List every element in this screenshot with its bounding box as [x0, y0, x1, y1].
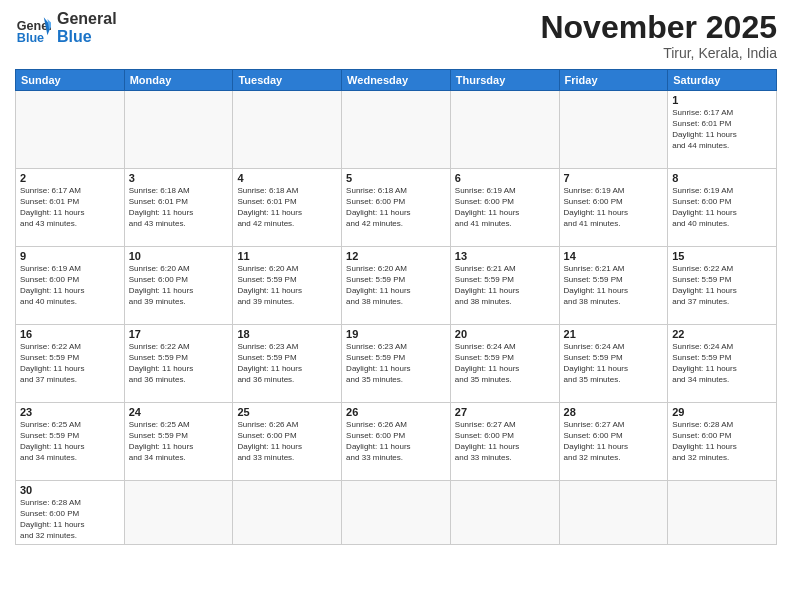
calendar-cell: 14Sunrise: 6:21 AMSunset: 5:59 PMDayligh… [559, 247, 668, 325]
day-number: 12 [346, 250, 446, 262]
calendar-cell: 13Sunrise: 6:21 AMSunset: 5:59 PMDayligh… [450, 247, 559, 325]
weekday-header-sunday: Sunday [16, 70, 125, 91]
day-info: Sunrise: 6:17 AMSunset: 6:01 PMDaylight:… [20, 186, 120, 229]
day-number: 15 [672, 250, 772, 262]
day-number: 27 [455, 406, 555, 418]
day-number: 8 [672, 172, 772, 184]
day-info: Sunrise: 6:20 AMSunset: 6:00 PMDaylight:… [129, 264, 229, 307]
day-number: 4 [237, 172, 337, 184]
day-number: 26 [346, 406, 446, 418]
day-number: 24 [129, 406, 229, 418]
calendar-cell: 26Sunrise: 6:26 AMSunset: 6:00 PMDayligh… [342, 403, 451, 481]
logo-general: General [57, 10, 117, 28]
header: General Blue General Blue November 2025 … [15, 10, 777, 61]
calendar-cell [124, 91, 233, 169]
calendar-cell: 5Sunrise: 6:18 AMSunset: 6:00 PMDaylight… [342, 169, 451, 247]
day-number: 1 [672, 94, 772, 106]
calendar-cell [559, 91, 668, 169]
logo: General Blue General Blue [15, 10, 117, 46]
calendar-cell [559, 481, 668, 545]
day-info: Sunrise: 6:23 AMSunset: 5:59 PMDaylight:… [346, 342, 446, 385]
calendar-cell: 18Sunrise: 6:23 AMSunset: 5:59 PMDayligh… [233, 325, 342, 403]
calendar-week-row: 9Sunrise: 6:19 AMSunset: 6:00 PMDaylight… [16, 247, 777, 325]
calendar-cell [450, 481, 559, 545]
day-info: Sunrise: 6:20 AMSunset: 5:59 PMDaylight:… [346, 264, 446, 307]
weekday-header-saturday: Saturday [668, 70, 777, 91]
calendar-cell: 22Sunrise: 6:24 AMSunset: 5:59 PMDayligh… [668, 325, 777, 403]
calendar-cell: 29Sunrise: 6:28 AMSunset: 6:00 PMDayligh… [668, 403, 777, 481]
month-title: November 2025 [540, 10, 777, 45]
day-number: 17 [129, 328, 229, 340]
calendar-cell: 9Sunrise: 6:19 AMSunset: 6:00 PMDaylight… [16, 247, 125, 325]
day-info: Sunrise: 6:19 AMSunset: 6:00 PMDaylight:… [672, 186, 772, 229]
calendar-cell: 1Sunrise: 6:17 AMSunset: 6:01 PMDaylight… [668, 91, 777, 169]
day-info: Sunrise: 6:28 AMSunset: 6:00 PMDaylight:… [20, 498, 120, 541]
calendar-cell: 15Sunrise: 6:22 AMSunset: 5:59 PMDayligh… [668, 247, 777, 325]
day-info: Sunrise: 6:24 AMSunset: 5:59 PMDaylight:… [564, 342, 664, 385]
calendar-cell: 19Sunrise: 6:23 AMSunset: 5:59 PMDayligh… [342, 325, 451, 403]
page: General Blue General Blue November 2025 … [0, 0, 792, 612]
day-number: 20 [455, 328, 555, 340]
day-info: Sunrise: 6:27 AMSunset: 6:00 PMDaylight:… [564, 420, 664, 463]
calendar-week-row: 30Sunrise: 6:28 AMSunset: 6:00 PMDayligh… [16, 481, 777, 545]
logo-blue: Blue [57, 28, 117, 46]
calendar-cell: 17Sunrise: 6:22 AMSunset: 5:59 PMDayligh… [124, 325, 233, 403]
calendar-cell: 21Sunrise: 6:24 AMSunset: 5:59 PMDayligh… [559, 325, 668, 403]
day-info: Sunrise: 6:19 AMSunset: 6:00 PMDaylight:… [564, 186, 664, 229]
calendar-table: SundayMondayTuesdayWednesdayThursdayFrid… [15, 69, 777, 545]
day-number: 13 [455, 250, 555, 262]
calendar-cell [668, 481, 777, 545]
calendar-cell: 4Sunrise: 6:18 AMSunset: 6:01 PMDaylight… [233, 169, 342, 247]
calendar-cell: 3Sunrise: 6:18 AMSunset: 6:01 PMDaylight… [124, 169, 233, 247]
day-number: 11 [237, 250, 337, 262]
calendar-cell: 2Sunrise: 6:17 AMSunset: 6:01 PMDaylight… [16, 169, 125, 247]
calendar-cell: 24Sunrise: 6:25 AMSunset: 5:59 PMDayligh… [124, 403, 233, 481]
calendar-cell: 28Sunrise: 6:27 AMSunset: 6:00 PMDayligh… [559, 403, 668, 481]
day-number: 25 [237, 406, 337, 418]
day-info: Sunrise: 6:18 AMSunset: 6:00 PMDaylight:… [346, 186, 446, 229]
day-info: Sunrise: 6:26 AMSunset: 6:00 PMDaylight:… [346, 420, 446, 463]
calendar-header-row: SundayMondayTuesdayWednesdayThursdayFrid… [16, 70, 777, 91]
day-info: Sunrise: 6:20 AMSunset: 5:59 PMDaylight:… [237, 264, 337, 307]
location-subtitle: Tirur, Kerala, India [540, 45, 777, 61]
calendar-cell: 11Sunrise: 6:20 AMSunset: 5:59 PMDayligh… [233, 247, 342, 325]
calendar-cell: 23Sunrise: 6:25 AMSunset: 5:59 PMDayligh… [16, 403, 125, 481]
calendar-week-row: 16Sunrise: 6:22 AMSunset: 5:59 PMDayligh… [16, 325, 777, 403]
day-info: Sunrise: 6:22 AMSunset: 5:59 PMDaylight:… [129, 342, 229, 385]
calendar-cell [450, 91, 559, 169]
calendar-cell [124, 481, 233, 545]
day-info: Sunrise: 6:25 AMSunset: 5:59 PMDaylight:… [129, 420, 229, 463]
calendar-cell: 6Sunrise: 6:19 AMSunset: 6:00 PMDaylight… [450, 169, 559, 247]
title-block: November 2025 Tirur, Kerala, India [540, 10, 777, 61]
day-info: Sunrise: 6:21 AMSunset: 5:59 PMDaylight:… [564, 264, 664, 307]
svg-text:Blue: Blue [17, 31, 44, 45]
day-info: Sunrise: 6:19 AMSunset: 6:00 PMDaylight:… [20, 264, 120, 307]
day-info: Sunrise: 6:17 AMSunset: 6:01 PMDaylight:… [672, 108, 772, 151]
weekday-header-tuesday: Tuesday [233, 70, 342, 91]
day-info: Sunrise: 6:21 AMSunset: 5:59 PMDaylight:… [455, 264, 555, 307]
calendar-cell [233, 91, 342, 169]
logo-icon: General Blue [15, 10, 51, 46]
calendar-cell: 30Sunrise: 6:28 AMSunset: 6:00 PMDayligh… [16, 481, 125, 545]
calendar-cell [342, 91, 451, 169]
day-number: 9 [20, 250, 120, 262]
calendar-cell [233, 481, 342, 545]
calendar-cell: 8Sunrise: 6:19 AMSunset: 6:00 PMDaylight… [668, 169, 777, 247]
day-info: Sunrise: 6:22 AMSunset: 5:59 PMDaylight:… [672, 264, 772, 307]
day-info: Sunrise: 6:26 AMSunset: 6:00 PMDaylight:… [237, 420, 337, 463]
calendar-cell [16, 91, 125, 169]
calendar-cell: 25Sunrise: 6:26 AMSunset: 6:00 PMDayligh… [233, 403, 342, 481]
day-number: 30 [20, 484, 120, 496]
day-number: 10 [129, 250, 229, 262]
day-info: Sunrise: 6:19 AMSunset: 6:00 PMDaylight:… [455, 186, 555, 229]
day-info: Sunrise: 6:24 AMSunset: 5:59 PMDaylight:… [455, 342, 555, 385]
day-number: 29 [672, 406, 772, 418]
day-info: Sunrise: 6:22 AMSunset: 5:59 PMDaylight:… [20, 342, 120, 385]
day-info: Sunrise: 6:24 AMSunset: 5:59 PMDaylight:… [672, 342, 772, 385]
day-info: Sunrise: 6:18 AMSunset: 6:01 PMDaylight:… [129, 186, 229, 229]
calendar-cell: 16Sunrise: 6:22 AMSunset: 5:59 PMDayligh… [16, 325, 125, 403]
day-number: 6 [455, 172, 555, 184]
weekday-header-friday: Friday [559, 70, 668, 91]
calendar-cell: 12Sunrise: 6:20 AMSunset: 5:59 PMDayligh… [342, 247, 451, 325]
calendar-cell [342, 481, 451, 545]
